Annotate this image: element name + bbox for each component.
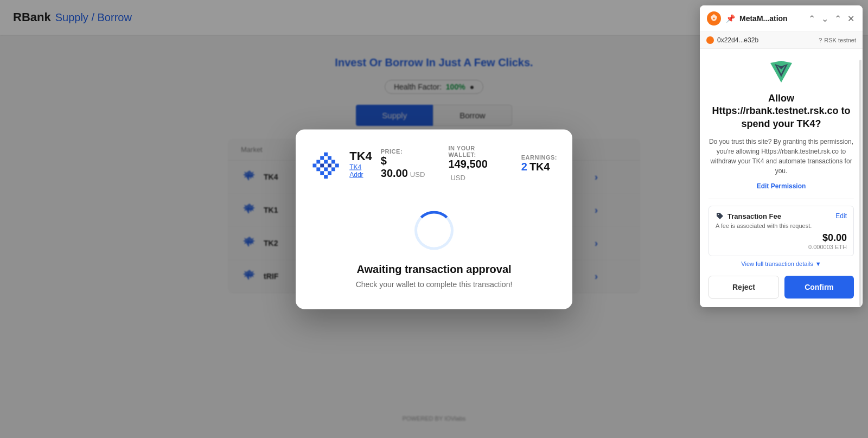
fee-desc: A fee is associated with this request. xyxy=(716,223,847,229)
close-button[interactable]: ✕ xyxy=(845,13,856,24)
earnings-label: EARNINGS: xyxy=(521,154,557,161)
svg-rect-23 xyxy=(320,171,324,175)
wallet-currency: USD xyxy=(450,173,465,181)
allow-title: Allow Https://rbank.testnet.rsk.co to sp… xyxy=(709,92,854,130)
loading-spinner xyxy=(414,211,454,250)
allow-desc: Do you trust this site? By granting this… xyxy=(709,137,854,176)
edit-permission-link[interactable]: Edit Permission xyxy=(757,182,806,190)
price-currency: USD xyxy=(410,170,425,178)
reject-button[interactable]: Reject xyxy=(709,276,779,299)
modal-header: TK4 TK4 Addr PRICE: $ 30.00USD IN YOUR W… xyxy=(311,144,557,182)
svg-rect-14 xyxy=(324,160,328,163)
svg-rect-16 xyxy=(312,163,316,167)
price-label: PRICE: xyxy=(381,148,427,154)
expand-button[interactable]: ⌄ xyxy=(819,13,830,24)
svg-rect-24 xyxy=(328,171,331,175)
modal-body: Awaiting transaction approval Check your… xyxy=(311,200,557,294)
earnings-value: 2TK4 xyxy=(521,161,557,173)
address-text: 0x22d4...e32b xyxy=(717,36,758,44)
modal-token-logo xyxy=(311,146,341,181)
metamask-title-bar: 📌 MetaM...ation ⌃ ⌄ ⌃ ✕ xyxy=(700,5,863,32)
transaction-modal: TK4 TK4 Addr PRICE: $ 30.00USD IN YOUR W… xyxy=(296,129,572,309)
metamask-content: Allow Https://rbank.testnet.rsk.co to sp… xyxy=(700,49,863,307)
window-controls: ⌃ ⌄ ⌃ ✕ xyxy=(806,13,856,24)
wallet-label: IN YOUR WALLET: xyxy=(448,144,499,157)
modal-price-section: PRICE: $ 30.00USD xyxy=(381,148,427,179)
fee-amounts: $0.00 0.000003 ETH xyxy=(716,232,847,250)
svg-point-32 xyxy=(718,214,719,215)
modal-wallet-section: IN YOUR WALLET: 149,500 USD xyxy=(448,144,499,182)
confirm-button[interactable]: Confirm xyxy=(784,276,854,299)
view-details-link[interactable]: View full transaction details ▼ xyxy=(741,261,821,267)
minimize-button[interactable]: ⌃ xyxy=(806,13,817,24)
metamask-address-bar: 0x22d4...e32b ? RSK testnet xyxy=(700,32,863,49)
popout-button[interactable]: ⌃ xyxy=(832,13,843,24)
svg-rect-22 xyxy=(331,167,335,171)
transaction-fee-section: Transaction Fee Edit A fee is associated… xyxy=(709,206,854,256)
fee-title: Transaction Fee xyxy=(727,212,781,220)
fee-title-row: Transaction Fee xyxy=(716,212,781,220)
fee-edit-link[interactable]: Edit xyxy=(835,212,847,220)
modal-token-addr[interactable]: TK4 Addr xyxy=(349,163,372,178)
svg-rect-17 xyxy=(320,163,324,167)
wallet-address: 0x22d4...e32b xyxy=(706,36,758,44)
modal-token-info: TK4 TK4 Addr xyxy=(349,149,372,178)
site-logo xyxy=(767,58,795,86)
wallet-value: 149,500 USD xyxy=(448,157,499,182)
svg-rect-15 xyxy=(331,160,335,163)
network-name: RSK testnet xyxy=(824,37,856,43)
divider xyxy=(709,199,854,199)
tag-icon xyxy=(716,212,724,220)
fee-usd: $0.00 xyxy=(822,232,847,244)
fee-header: Transaction Fee Edit xyxy=(716,212,847,220)
svg-rect-25 xyxy=(324,175,328,179)
metamask-title: MetaM...ation xyxy=(739,14,802,23)
chevron-down-icon: ▼ xyxy=(815,261,821,267)
scrollbar[interactable] xyxy=(859,60,861,306)
price-value: $ 30.00USD xyxy=(381,154,427,179)
svg-rect-13 xyxy=(316,160,320,163)
price-number: $ 30.00 xyxy=(381,154,408,179)
modal-earnings-section: EARNINGS: 2TK4 xyxy=(521,154,557,173)
svg-rect-21 xyxy=(324,167,328,171)
fee-eth: 0.000003 ETH xyxy=(808,244,847,250)
address-dot xyxy=(706,36,714,44)
metamask-fox-icon xyxy=(706,11,722,26)
network-badge: ? RSK testnet xyxy=(819,37,856,43)
help-icon: ? xyxy=(819,37,822,43)
svg-rect-20 xyxy=(316,167,320,171)
awaiting-title: Awaiting transaction approval xyxy=(356,263,511,275)
svg-rect-18 xyxy=(328,163,331,167)
modal-token-name: TK4 xyxy=(349,149,372,163)
svg-rect-12 xyxy=(328,156,331,160)
pin-icon: 📌 xyxy=(726,14,735,23)
metamask-actions: Reject Confirm xyxy=(709,276,854,299)
svg-rect-19 xyxy=(335,163,339,167)
metamask-popup: 📌 MetaM...ation ⌃ ⌄ ⌃ ✕ 0x22d4...e32b ? … xyxy=(700,5,863,307)
svg-rect-10 xyxy=(324,152,328,156)
awaiting-subtitle: Check your wallet to complete this trans… xyxy=(356,280,513,288)
svg-rect-11 xyxy=(320,156,324,160)
